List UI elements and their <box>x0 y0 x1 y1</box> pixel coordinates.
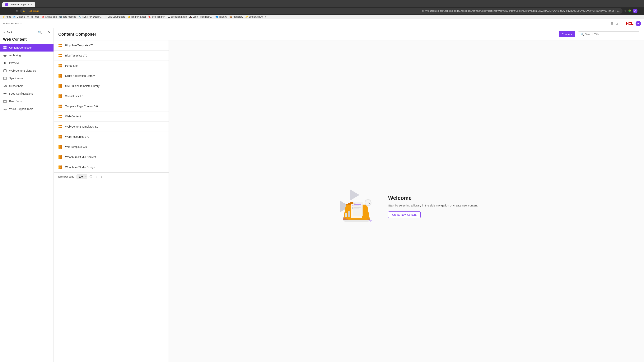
sidebar-item-syndicators[interactable]: Syndicators <box>0 74 54 82</box>
welcome-illustration <box>334 185 380 227</box>
library-item-icon <box>58 165 63 170</box>
bookmark-redhat[interactable]: 🎩 Login - Red Hat O... <box>189 15 213 18</box>
sidebar-item-wcm-support-tools[interactable]: WCM Support Tools <box>0 105 54 113</box>
sidebar-item-authoring[interactable]: Authoring <box>0 51 54 59</box>
search-title-input[interactable] <box>585 33 637 36</box>
tab-close-btn[interactable]: ✕ <box>30 3 32 6</box>
sidebar-label-feed-configurations: Feed Configurations <box>9 92 33 95</box>
preview-icon <box>3 61 7 65</box>
bookmark-github[interactable]: 🐙 GitHub-pnp <box>42 15 57 18</box>
list-item[interactable]: Social Lists 1.0 <box>54 91 168 101</box>
search-wrapper: 🔍 <box>578 31 640 37</box>
back-arrow-icon: ← <box>3 31 6 34</box>
svg-rect-12 <box>4 100 6 103</box>
bookmark-pnp-mail[interactable]: ✉ PNP-Mail <box>27 15 39 18</box>
profile-icon[interactable]: A <box>633 9 638 13</box>
more-vert-icon[interactable]: ⋮ <box>620 21 624 26</box>
library-item-icon <box>58 154 63 160</box>
library-item-name: Web Resources v70 <box>65 135 89 138</box>
bookmark-apps[interactable]: ⚡ Apps <box>2 15 11 18</box>
new-tab-btn[interactable]: + <box>36 1 41 7</box>
list-item[interactable]: Woodburn Studio Design <box>54 162 168 172</box>
library-item-name: Web Content Templates 3.0 <box>65 125 98 128</box>
bookmark-more[interactable]: » <box>265 15 266 18</box>
sidebar-item-feed-jobs[interactable]: Feed Jobs <box>0 98 54 105</box>
library-item-name: Site Builder Template Library <box>65 84 100 88</box>
list-item[interactable]: Blog Solo Template v70 <box>54 40 168 51</box>
list-item[interactable]: Web Content <box>54 112 168 122</box>
svg-rect-1 <box>5 46 6 47</box>
content-composer-icon <box>3 46 7 50</box>
subscribers-icon <box>3 84 7 88</box>
list-item[interactable]: Woodburn Studio Content <box>54 152 168 162</box>
list-item[interactable]: Template Page Content 3.0 <box>54 101 168 112</box>
sidebar-search-icon[interactable]: 🔍 <box>38 30 42 34</box>
library-item-icon <box>58 144 63 150</box>
sidebar-item-subscribers[interactable]: Subscribers <box>0 82 54 90</box>
bookmark-sso[interactable]: 🔑 SingleSignOn <box>245 15 263 18</box>
svg-rect-26 <box>354 206 360 206</box>
pagination-prev-btn[interactable]: ‹ <box>94 175 98 179</box>
create-button[interactable]: Create ▾ <box>559 31 575 37</box>
items-per-page-select[interactable]: 100 50 25 <box>76 175 87 179</box>
bookmark-openshift[interactable]: ☁ openShift-Login <box>168 15 187 18</box>
create-new-content-button[interactable]: Create New Content <box>388 211 420 218</box>
active-tab[interactable]: Content Composer ✕ <box>2 2 35 7</box>
back-nav-btn[interactable]: ← <box>2 9 7 13</box>
create-btn-label: Create <box>562 33 570 36</box>
content-area: Content Composer Create ▾ 🔍 Blog Solo Te… <box>54 28 644 362</box>
forward-nav-btn[interactable]: → <box>8 9 13 13</box>
sidebar-item-web-content-libraries[interactable]: Web Content Libraries <box>0 67 54 74</box>
list-item[interactable]: Script Application Library <box>54 71 168 81</box>
bookmark-ringapi-local[interactable]: 🔔 RingAPI-Local <box>128 15 146 18</box>
address-bar-row: ← → ↻ 🔒 Not Secure dx-hyb-altcontext-roo… <box>0 7 644 15</box>
bookmark-goto[interactable]: 📹 goto-meeting <box>59 15 76 18</box>
sidebar-item-content-composer[interactable]: Content Composer <box>0 44 54 51</box>
list-item[interactable]: Web Content Templates 3.0 <box>54 122 168 132</box>
library-item-name: Script Application Library <box>65 74 95 77</box>
pagination-info-icon[interactable]: ⓘ <box>90 175 92 179</box>
library-item-name: Social Lists 1.0 <box>65 95 83 98</box>
list-item[interactable]: Web Resources v70 <box>54 132 168 142</box>
svg-rect-0 <box>4 46 5 47</box>
list-item[interactable]: Portal Site <box>54 61 168 71</box>
home-icon[interactable]: ⌂ <box>616 21 618 25</box>
bookmark-local-ringapi[interactable]: 🔖 local-RingAPI <box>148 15 166 18</box>
bookmark-outlook[interactable]: 📧 Outlook <box>13 15 25 18</box>
back-button[interactable]: ← Back <box>3 31 12 34</box>
sidebar-label-feed-jobs: Feed Jobs <box>9 100 22 103</box>
svg-rect-34 <box>345 213 347 217</box>
published-site-label: Published Site <box>3 22 19 25</box>
pagination-next-btn[interactable]: › <box>100 175 103 179</box>
sidebar-item-feed-configurations[interactable]: Feed Configurations <box>0 90 54 98</box>
url-bar[interactable]: 🔒 Not Secure dx-hyb-altcontext-root.apps… <box>20 8 622 13</box>
library-item-icon <box>58 43 63 48</box>
list-item[interactable]: Blog Template v70 <box>54 51 168 61</box>
reload-btn[interactable]: ↻ <box>14 9 18 13</box>
bookmark-artifactory[interactable]: 📦 Artifactory <box>229 15 243 18</box>
svg-point-11 <box>4 93 6 94</box>
bookmark-jira[interactable]: 📋 Jira-ScrumBoard <box>104 15 125 18</box>
library-item-icon <box>58 73 63 79</box>
published-site-chevron[interactable]: ▾ <box>20 22 22 24</box>
grid-view-icon[interactable]: ⊞ <box>611 21 614 26</box>
library-item-name: Woodburn Studio Design <box>65 166 95 169</box>
sidebar-label-content-composer: Content Composer <box>9 46 32 49</box>
svg-rect-7 <box>4 77 6 80</box>
svg-rect-27 <box>354 207 360 208</box>
sidebar-close-icon[interactable]: ✕ <box>48 30 50 34</box>
sidebar-item-preview[interactable]: Preview <box>0 59 54 67</box>
bookmark-teamq[interactable]: 👥 Team Q <box>215 15 227 18</box>
list-item[interactable]: Site Builder Template Library <box>54 81 168 91</box>
list-item[interactable]: Wiki Template v70 <box>54 142 168 152</box>
extensions-icon[interactable]: 🧩 <box>628 9 631 12</box>
sidebar-more-icon[interactable]: ⋮ <box>43 30 46 34</box>
library-item-name: Template Page Content 3.0 <box>65 105 98 108</box>
bookmark-star-icon[interactable]: ☆ <box>624 9 626 12</box>
user-avatar-topbar[interactable]: R <box>636 21 641 26</box>
library-panel: Blog Solo Template v70 Blog Template v70… <box>54 40 169 362</box>
create-btn-dropdown-arrow: ▾ <box>571 33 572 35</box>
bookmark-rest-api[interactable]: 🔧 REST-API Design... <box>78 15 102 18</box>
menu-icon[interactable]: ⋮ <box>639 9 642 12</box>
svg-point-10 <box>6 85 6 86</box>
